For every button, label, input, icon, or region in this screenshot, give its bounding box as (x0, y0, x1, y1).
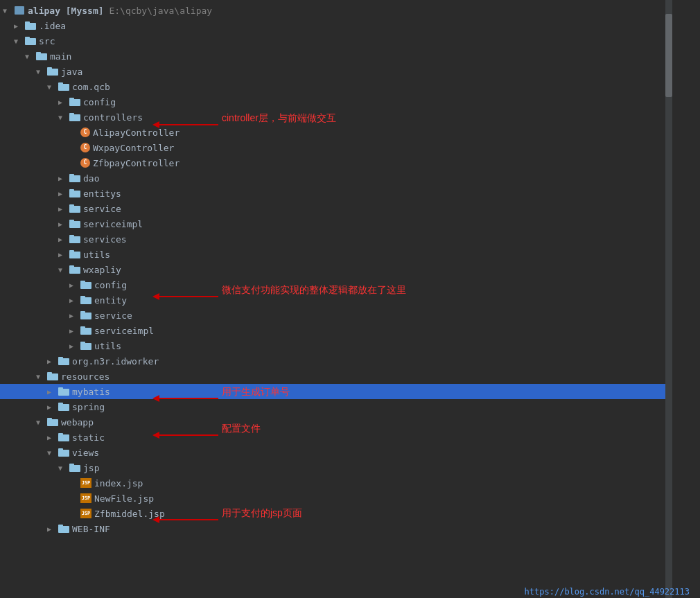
tree-item-index-jsp[interactable]: JSPindex.jsp (0, 475, 665, 491)
tree-arrow-entitys[interactable] (58, 190, 69, 197)
tree-arrow-jsp[interactable] (58, 464, 69, 472)
bottom-link[interactable]: https://blog.csdn.net/qq_44922113 (525, 587, 690, 597)
icon-controllers (69, 112, 80, 122)
label-com-qcb: com.qcb (72, 82, 110, 92)
tree-item-wx-serviceimpl[interactable]: serviceimpl (0, 323, 665, 338)
icon-index-jsp: JSP (80, 478, 91, 488)
label-newfile-jsp: NewFile.jsp (94, 493, 154, 504)
tree-arrow-spring[interactable] (47, 403, 58, 411)
svg-rect-4 (25, 38, 36, 45)
svg-rect-28 (69, 267, 80, 274)
tree-arrow-main[interactable] (25, 53, 36, 60)
svg-rect-40 (58, 358, 69, 365)
tree-arrow-utils[interactable] (58, 251, 69, 258)
scrollbar[interactable] (665, 0, 672, 598)
tree-arrow-wx-entity[interactable] (69, 297, 80, 304)
tree-item-wxapliy[interactable]: wxapliy (0, 262, 665, 277)
svg-rect-26 (69, 252, 80, 258)
label-zfbmiddel-jsp: Zfbmiddel.jsp (94, 509, 165, 519)
svg-rect-0 (15, 6, 24, 15)
icon-alipay-root (14, 6, 25, 15)
tree-item-entitys[interactable]: entitys (0, 186, 665, 201)
tree-item-wx-config[interactable]: config (0, 277, 665, 292)
tree-item-services[interactable]: services (0, 231, 665, 247)
tree-item-utils[interactable]: utils (0, 247, 665, 262)
tree-arrow-src[interactable] (14, 37, 25, 45)
tree-arrow-views[interactable] (47, 449, 58, 457)
tree-item-src[interactable]: src (0, 33, 665, 49)
tree-item-serviceimpl[interactable]: serviceimpl (0, 216, 665, 231)
scrollbar-thumb[interactable] (665, 14, 672, 97)
icon-zfbmiddel-jsp: JSP (80, 509, 91, 518)
icon-src (25, 36, 36, 46)
tree-arrow-serviceimpl[interactable] (58, 220, 69, 228)
label-web-inf: WEB-INF (72, 524, 110, 534)
label-dao: dao (83, 173, 99, 184)
tree-arrow-resources[interactable] (36, 373, 47, 380)
label-wx-service: service (94, 310, 132, 321)
tree-item-idea[interactable]: .idea (0, 18, 665, 33)
label-static: static (72, 432, 105, 443)
tree-item-webapp[interactable]: webapp (0, 414, 665, 430)
tree-item-dao[interactable]: dao (0, 170, 665, 186)
tree-item-web-inf[interactable]: WEB-INF (0, 521, 665, 536)
tree-arrow-wx-config[interactable] (69, 281, 80, 289)
tree-arrow-web-inf[interactable] (47, 525, 58, 533)
tree-arrow-java[interactable] (36, 68, 47, 76)
tree-item-static[interactable]: static (0, 430, 665, 445)
label-wx-serviceimpl: serviceimpl (94, 326, 154, 336)
svg-rect-18 (69, 191, 80, 197)
tree-item-zfbmiddel-jsp[interactable]: JSPZfbmiddel.jsp (0, 506, 665, 521)
tree-item-com-qcb[interactable]: com.qcb (0, 79, 665, 94)
icon-dao (69, 173, 80, 183)
tree-arrow-org-n3r[interactable] (47, 358, 58, 365)
icon-webapp (47, 417, 58, 427)
icon-wx-serviceimpl (80, 326, 91, 335)
tree-arrow-wx-service[interactable] (69, 312, 80, 319)
tree-arrow-service[interactable] (58, 205, 69, 213)
tree-arrow-webapp[interactable] (36, 419, 47, 426)
tree-arrow-services[interactable] (58, 236, 69, 243)
tree-item-service[interactable]: service (0, 201, 665, 216)
icon-wxapliy (69, 265, 80, 274)
tree-arrow-wx-utils[interactable] (69, 342, 80, 350)
label-jsp: jsp (83, 463, 99, 473)
svg-rect-54 (69, 465, 80, 472)
tree-arrow-mybatis[interactable] (47, 388, 58, 396)
label-entitys: entitys (83, 188, 121, 199)
file-tree[interactable]: alipay [Myssm] E:\qcby\java\alipay.ideas… (0, 0, 665, 598)
tree-item-org-n3r[interactable]: org.n3r.idworker (0, 353, 665, 369)
label-java: java (61, 67, 82, 77)
tree-item-main[interactable]: main (0, 49, 665, 64)
tree-item-controllers[interactable]: controllers (0, 109, 665, 125)
tree-item-mybatis[interactable]: mybatis (0, 384, 665, 399)
icon-main (36, 51, 47, 61)
tree-arrow-dao[interactable] (58, 175, 69, 182)
tree-item-alipay-root[interactable]: alipay [Myssm] E:\qcby\java\alipay (0, 3, 665, 18)
icon-WxpayController: C (80, 143, 90, 152)
tree-arrow-wxapliy[interactable] (58, 266, 69, 274)
tree-item-java[interactable]: java (0, 64, 665, 79)
tree-arrow-idea[interactable] (14, 22, 25, 30)
tree-item-resources[interactable]: resources (0, 369, 665, 384)
tree-arrow-controllers[interactable] (58, 114, 69, 121)
svg-rect-52 (58, 450, 69, 457)
tree-item-wx-entity[interactable]: entity (0, 292, 665, 308)
tree-arrow-static[interactable] (47, 434, 58, 441)
tree-item-WxpayController[interactable]: CWxpayController (0, 140, 665, 155)
tree-arrow-alipay-root[interactable] (3, 7, 14, 15)
tree-item-config[interactable]: config (0, 94, 665, 109)
tree-item-ZfbpayController[interactable]: CZfbpayController (0, 155, 665, 170)
tree-item-wx-utils[interactable]: utils (0, 338, 665, 353)
tree-item-AlipayController[interactable]: CAlipayController (0, 125, 665, 140)
icon-idea (25, 21, 36, 30)
tree-item-spring[interactable]: spring (0, 399, 665, 414)
tree-item-views[interactable]: views (0, 445, 665, 460)
tree-arrow-wx-serviceimpl[interactable] (69, 327, 80, 335)
tree-item-newfile-jsp[interactable]: JSPNewFile.jsp (0, 491, 665, 506)
tree-item-wx-service[interactable]: service (0, 308, 665, 323)
label-wxapliy: wxapliy (83, 265, 121, 275)
tree-item-jsp[interactable]: jsp (0, 460, 665, 475)
tree-arrow-config[interactable] (58, 98, 69, 106)
tree-arrow-com-qcb[interactable] (47, 83, 58, 91)
